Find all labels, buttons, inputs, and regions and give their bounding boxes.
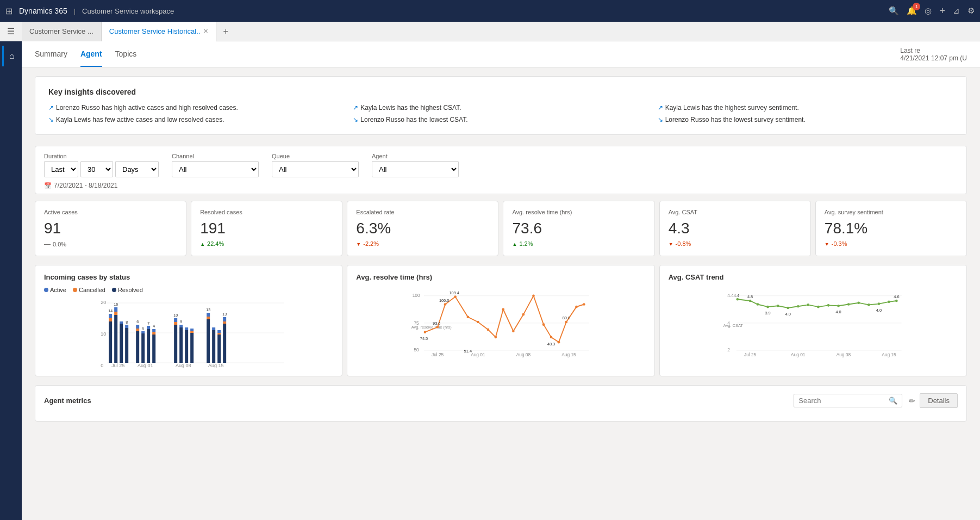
svg-rect-21 — [136, 325, 139, 329]
svg-point-108 — [766, 306, 769, 308]
insight-text-0: Lorenzo Russo has high active cases and … — [56, 104, 238, 112]
agent-select[interactable]: All — [372, 161, 459, 177]
svg-text:106.0: 106.0 — [439, 298, 450, 303]
svg-point-115 — [837, 305, 840, 307]
target-icon[interactable]: ◎ — [925, 6, 932, 16]
page-timestamp: Last re 4/21/2021 12:07 pm (U — [900, 47, 967, 62]
chart-avg-resolve-time: Avg. resolve time (hrs) 100 75 50 Avg. r… — [347, 265, 654, 376]
svg-text:93.6: 93.6 — [433, 321, 440, 326]
svg-rect-14 — [120, 324, 123, 363]
svg-rect-37 — [179, 327, 183, 363]
agent-search-input[interactable] — [798, 397, 885, 405]
sidebar-item-home[interactable]: ⌂ — [2, 46, 20, 66]
svg-text:5: 5 — [142, 327, 144, 331]
svg-rect-42 — [190, 333, 193, 363]
svg-rect-29 — [152, 335, 155, 363]
search-icon[interactable]: 🔍 — [889, 6, 899, 16]
svg-rect-12 — [114, 307, 117, 312]
svg-point-113 — [817, 306, 820, 308]
line-chart-resolve-svg: 100 75 50 Avg. resolve time (hrs) — [356, 287, 645, 357]
insight-item-3: Lorenzo Russo has the lowest CSAT. — [353, 116, 648, 123]
svg-rect-54 — [223, 324, 226, 363]
tab-agent[interactable]: Agent — [80, 42, 102, 67]
legend-dot-cancelled — [73, 288, 77, 292]
kpi-avg-survey-title: Avg. survey sentiment — [825, 209, 958, 215]
insights-grid: Lorenzo Russo has high active cases and … — [48, 104, 953, 123]
svg-rect-56 — [223, 317, 226, 321]
svg-text:7: 7 — [147, 321, 149, 325]
filters-container: Duration Last 30 Days — [35, 146, 967, 194]
duration-controls: Last 30 Days — [44, 161, 159, 177]
svg-point-84 — [565, 321, 568, 324]
date-range: 📅 7/20/2021 - 8/18/2021 — [44, 182, 958, 189]
chart-incoming-title: Incoming cases by status — [44, 273, 333, 281]
svg-text:4.0: 4.0 — [876, 308, 881, 313]
svg-point-85 — [575, 306, 578, 308]
kpi-avg-resolve-time: Avg. resolve time (hrs) 73.6 1.2% — [503, 201, 654, 256]
tab-topics[interactable]: Topics — [115, 42, 137, 67]
kpi-active-cases-value: 91 — [44, 220, 177, 237]
legend-cancelled: Cancelled — [73, 287, 105, 293]
duration-value-select[interactable]: 30 — [80, 161, 113, 177]
details-button[interactable]: Details — [920, 393, 958, 408]
add-icon[interactable]: + — [939, 5, 945, 17]
grid-icon[interactable]: ⊞ — [5, 6, 13, 16]
duration-filter-group: Duration Last 30 Days — [44, 153, 159, 177]
arrow-down-icon-5 — [658, 116, 663, 123]
notification-icon[interactable]: 🔔 — [907, 6, 917, 16]
arrow-up-icon-4 — [658, 104, 663, 112]
key-insights-title: Key insights discovered — [48, 88, 953, 96]
svg-rect-23 — [141, 333, 145, 363]
channel-select[interactable]: All — [172, 161, 259, 177]
calendar-icon: 📅 — [44, 182, 52, 189]
kpi-avg-resolve-time-trend-value: 1.2% — [519, 240, 533, 247]
trend-down-icon-5 — [825, 240, 829, 247]
svg-text:4.8: 4.8 — [747, 294, 753, 299]
edit-icon[interactable]: ✏ — [909, 397, 915, 405]
filter-icon[interactable]: ⊿ — [953, 6, 960, 16]
svg-rect-43 — [190, 331, 193, 333]
agent-filter-group: Agent All — [372, 153, 459, 177]
tab-customer-service[interactable]: Customer Service ... — [22, 22, 102, 41]
svg-text:Aug 08: Aug 08 — [516, 352, 531, 357]
key-insights-card: Key insights discovered Lorenzo Russo ha… — [35, 76, 967, 135]
tab-close-icon[interactable]: ✕ — [203, 28, 208, 35]
svg-text:Aug 08: Aug 08 — [836, 352, 851, 357]
insight-item-0: Lorenzo Russo has high active cases and … — [48, 104, 344, 112]
svg-rect-24 — [141, 331, 145, 333]
svg-text:9: 9 — [180, 320, 182, 324]
trend-up-icon-3 — [512, 240, 517, 247]
svg-text:Jul 25: Jul 25 — [432, 352, 444, 357]
svg-point-76 — [495, 336, 497, 339]
svg-point-110 — [787, 307, 789, 309]
svg-text:13: 13 — [222, 312, 227, 316]
svg-text:4: 4 — [153, 324, 155, 328]
svg-text:8: 8 — [126, 320, 128, 324]
svg-rect-38 — [179, 325, 183, 327]
kpi-resolved-cases: Resolved cases 191 22.4% — [191, 201, 342, 256]
legend-active: Active — [44, 287, 66, 293]
chart-row: Incoming cases by status Active Cancelle… — [35, 265, 967, 376]
tab-customer-service-historical[interactable]: Customer Service Historical.. ✕ — [102, 22, 217, 41]
insight-text-4: Kayla Lewis has the highest survey senti… — [665, 104, 799, 112]
page-header: Summary Agent Topics Last re 4/21/2021 1… — [22, 41, 980, 67]
tab-summary[interactable]: Summary — [35, 42, 67, 67]
svg-text:50: 50 — [414, 347, 420, 352]
svg-point-114 — [827, 304, 829, 307]
insight-text-1: Kayla Lewis has few active cases and low… — [56, 116, 224, 123]
add-tab-button[interactable]: + — [216, 27, 234, 36]
duration-preset-select[interactable]: Last — [44, 161, 78, 177]
svg-text:74.5: 74.5 — [420, 336, 428, 341]
svg-rect-51 — [217, 335, 221, 363]
line-chart-csat-svg: 4.4 4 2 Avg. CSAT — [669, 287, 958, 357]
gear-icon[interactable]: ⚙ — [967, 6, 975, 16]
svg-text:80.0: 80.0 — [563, 315, 570, 320]
filters-top-row: Duration Last 30 Days — [44, 153, 958, 177]
agent-metrics-title: Agent metrics — [44, 397, 91, 405]
duration-unit-select[interactable]: Days — [115, 161, 159, 177]
kpi-active-cases-trend: 0.0% — [44, 240, 177, 248]
svg-point-73 — [467, 315, 470, 318]
agent-control: All — [372, 161, 459, 177]
queue-select[interactable]: All — [272, 161, 359, 177]
menu-icon[interactable]: ☰ — [0, 26, 22, 36]
